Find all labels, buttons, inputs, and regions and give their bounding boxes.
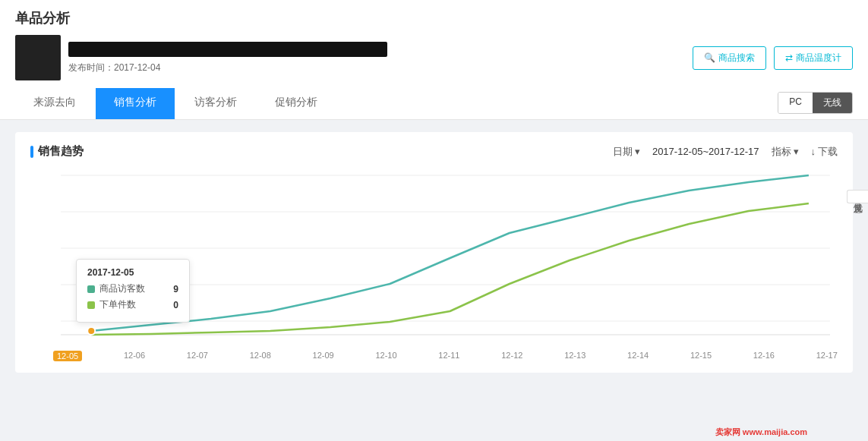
- chart-container: 销售趋势 日期 ▾ 2017-12-05~2017-12-17 指标 ▾ ↓ 下…: [15, 132, 853, 373]
- x-label-6: 12-11: [438, 351, 459, 361]
- x-axis: 12-05 12-06 12-07 12-08 12-09 12-10 12-1…: [30, 351, 838, 361]
- section-title: 销售趋势: [30, 144, 84, 159]
- download-button[interactable]: ↓ 下载: [811, 145, 838, 159]
- tooltip-label-visitors: 商品访客数: [99, 282, 145, 295]
- date-range-display: 2017-12-05~2017-12-17: [652, 146, 759, 157]
- search-icon: 🔍: [704, 52, 715, 63]
- section-controls: 日期 ▾ 2017-12-05~2017-12-17 指标 ▾ ↓ 下载: [613, 145, 838, 159]
- metrics-button[interactable]: 指标 ▾: [772, 145, 799, 159]
- tooltip-label-orders: 下单件数: [99, 298, 136, 311]
- date-filter-button[interactable]: 日期 ▾: [613, 145, 640, 159]
- x-label-10: 12-15: [690, 351, 712, 361]
- chevron-down-icon2: ▾: [794, 146, 799, 157]
- page-title: 单品分析: [15, 9, 853, 27]
- tooltip-row-orders: 下单件数 0: [87, 298, 178, 311]
- download-icon: ↓: [811, 146, 816, 157]
- tooltip-date: 2017-12-05: [87, 267, 178, 278]
- thermometer-icon: ⇄: [785, 52, 793, 63]
- tooltip-dot-orders: [87, 301, 95, 309]
- tooltip-row-visitors: 商品访客数 9: [87, 282, 178, 295]
- product-info-left: 发布时间：2017-12-04: [15, 35, 387, 80]
- x-label-12: 12-17: [816, 351, 838, 361]
- x-label-11: 12-16: [753, 351, 775, 361]
- chart-tooltip: 2017-12-05 商品访客数 9 下单件数 0: [76, 259, 190, 323]
- product-meta: 发布时间：2017-12-04: [68, 42, 387, 74]
- content-area: 销售趋势 日期 ▾ 2017-12-05~2017-12-17 指标 ▾ ↓ 下…: [0, 120, 868, 385]
- orders-line: [91, 203, 809, 335]
- x-label-2: 12-07: [187, 351, 208, 361]
- x-label-3: 12-08: [250, 351, 271, 361]
- page-wrapper: 单品分析 发布时间：2017-12-04 🔍 商品搜索 ⇄ 商品温度计: [0, 0, 868, 441]
- chart-svg-wrap: 12-05 12-06 12-07 12-08 12-09 12-10 12-1…: [30, 168, 838, 365]
- product-date: 发布时间：2017-12-04: [68, 61, 387, 74]
- x-label-5: 12-10: [375, 351, 396, 361]
- tooltip-val-orders: 0: [173, 300, 178, 310]
- product-actions: 🔍 商品搜索 ⇄ 商品温度计: [693, 46, 853, 70]
- product-info-row: 发布时间：2017-12-04 🔍 商品搜索 ⇄ 商品温度计: [15, 35, 853, 80]
- active-point: [87, 327, 95, 335]
- product-name-bar: [68, 42, 387, 57]
- watermark: 卖家网 www.maijia.com: [715, 427, 807, 438]
- x-label-8: 12-13: [564, 351, 586, 361]
- section-header: 销售趋势 日期 ▾ 2017-12-05~2017-12-17 指标 ▾ ↓ 下…: [30, 144, 838, 159]
- x-label-4: 12-09: [313, 351, 334, 361]
- search-goods-button[interactable]: 🔍 商品搜索: [693, 46, 766, 70]
- tab-source[interactable]: 来源去向: [15, 88, 94, 119]
- feedback-tab[interactable]: 意见反馈: [847, 190, 868, 203]
- tabs-row: 来源去向 销售分析 访客分析 促销分析 PC 无线: [15, 88, 853, 119]
- tab-visitor[interactable]: 访客分析: [176, 88, 255, 119]
- x-label-7: 12-12: [501, 351, 522, 361]
- product-thumb: [15, 35, 61, 80]
- pc-toggle: PC 无线: [778, 92, 853, 114]
- tooltip-val-visitors: 9: [173, 284, 178, 295]
- x-label-1: 12-06: [124, 351, 145, 361]
- pc-button[interactable]: PC: [778, 93, 813, 113]
- chevron-down-icon: ▾: [635, 146, 640, 157]
- visitors-line: [91, 175, 809, 331]
- x-label-9: 12-14: [627, 351, 649, 361]
- thermometer-button[interactable]: ⇄ 商品温度计: [774, 46, 853, 70]
- tab-sales[interactable]: 销售分析: [96, 88, 175, 119]
- wireless-button[interactable]: 无线: [813, 93, 852, 113]
- tooltip-dot-visitors: [87, 285, 95, 293]
- header-area: 单品分析 发布时间：2017-12-04 🔍 商品搜索 ⇄ 商品温度计: [0, 0, 868, 120]
- x-label-0: 12-05: [53, 351, 82, 361]
- tab-promo[interactable]: 促销分析: [257, 88, 336, 119]
